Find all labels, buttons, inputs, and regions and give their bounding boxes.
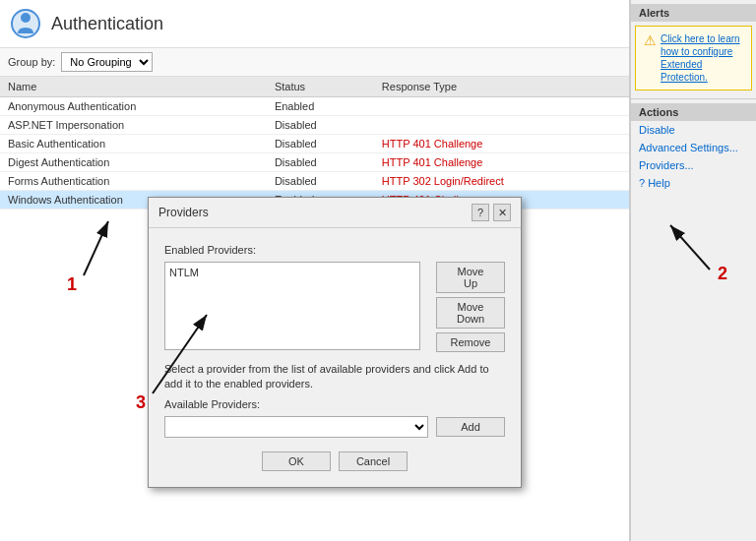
table-row[interactable]: ASP.NET ImpersonationDisabled [0, 116, 629, 135]
row-response: HTTP 302 Login/Redirect [374, 172, 629, 191]
add-provider-button[interactable]: Add [436, 417, 505, 437]
modal-controls: ? ✕ [472, 204, 511, 221]
move-down-button[interactable]: Move Down [436, 297, 505, 329]
modal-help-btn[interactable]: ? [472, 204, 489, 221]
ntlm-provider-item[interactable]: NTLM [169, 267, 415, 278]
warning-icon: ⚠ [644, 32, 657, 48]
help-icon: ? [639, 177, 645, 189]
row-status: Disabled [267, 135, 374, 153]
row-name: ASP.NET Impersonation [0, 116, 267, 135]
col-response: Response Type [374, 77, 629, 97]
row-name: Basic Authentication [0, 135, 267, 153]
alert-link[interactable]: Click here to learn how to configure Ext… [661, 32, 743, 84]
alert-item[interactable]: ⚠ Click here to learn how to configure E… [635, 26, 752, 90]
svg-text:2: 2 [718, 264, 727, 283]
action-advanced[interactable]: Advanced Settings... [631, 139, 756, 156]
toolbar: Group by: No Grouping [0, 48, 629, 77]
providers-dialog[interactable]: Providers ? ✕ Enabled Providers: NTLM Mo… [148, 197, 522, 488]
enabled-providers-label: Enabled Providers: [164, 244, 505, 256]
alerts-header: Alerts [631, 4, 756, 22]
cancel-button[interactable]: Cancel [339, 451, 408, 471]
ok-button[interactable]: OK [262, 451, 331, 471]
svg-line-10 [670, 225, 710, 270]
svg-point-2 [21, 13, 31, 23]
row-response [374, 97, 629, 116]
providers-listbox[interactable]: NTLM [164, 262, 420, 350]
modal-titlebar: Providers ? ✕ [149, 198, 521, 228]
row-name: Anonymous Authentication [0, 97, 267, 116]
table-row[interactable]: Digest AuthenticationDisabledHTTP 401 Ch… [0, 153, 629, 172]
row-response [374, 116, 629, 135]
row-name: Digest Authentication [0, 153, 267, 172]
move-up-button[interactable]: Move Up [436, 262, 505, 293]
auth-icon [10, 8, 41, 39]
available-providers-label: Available Providers: [164, 398, 505, 410]
row-status: Disabled [267, 153, 374, 172]
row-status: Disabled [267, 172, 374, 191]
available-row: Add [164, 416, 505, 438]
table-row[interactable]: Anonymous AuthenticationEnabled [0, 97, 629, 116]
actions-section: Actions Disable Advanced Settings... Pro… [631, 99, 756, 196]
row-name: Forms Authentication [0, 172, 267, 191]
remove-button[interactable]: Remove [436, 332, 505, 352]
table-row[interactable]: Basic AuthenticationDisabledHTTP 401 Cha… [0, 135, 629, 153]
modal-footer: OK Cancel [164, 451, 505, 471]
action-help[interactable]: ?Help [631, 174, 756, 192]
group-by-select[interactable]: No Grouping [61, 52, 153, 72]
actions-header: Actions [631, 103, 756, 121]
row-status: Enabled [267, 97, 374, 116]
action-disable[interactable]: Disable [631, 121, 756, 139]
right-panel: Alerts ⚠ Click here to learn how to conf… [630, 0, 756, 541]
providers-link[interactable]: Providers... [639, 159, 748, 171]
available-providers-select[interactable] [164, 416, 428, 438]
modal-title: Providers [158, 206, 209, 219]
page-title: Authentication [51, 14, 163, 34]
modal-description: Select a provider from the list of avail… [164, 362, 505, 392]
panel-header: Authentication [0, 0, 629, 48]
disable-link[interactable]: Disable [639, 124, 748, 136]
row-response: HTTP 401 Challenge [374, 153, 629, 172]
modal-close-btn[interactable]: ✕ [493, 204, 511, 221]
table-row[interactable]: Forms AuthenticationDisabledHTTP 302 Log… [0, 172, 629, 191]
modal-body: Enabled Providers: NTLM Move Up Move Dow… [149, 228, 521, 487]
advanced-settings-link[interactable]: Advanced Settings... [639, 142, 748, 153]
row-status: Disabled [267, 116, 374, 135]
arrow2-svg: 2 [631, 206, 756, 284]
action-providers[interactable]: Providers... [631, 156, 756, 174]
col-name: Name [0, 77, 267, 97]
col-status: Status [267, 77, 374, 97]
group-by-label: Group by: [8, 56, 55, 68]
alerts-section: Alerts ⚠ Click here to learn how to conf… [631, 0, 756, 99]
provider-action-buttons: Move Up Move Down Remove [436, 262, 505, 352]
row-response: HTTP 401 Challenge [374, 135, 629, 153]
providers-row: NTLM Move Up Move Down Remove [164, 262, 505, 352]
help-link[interactable]: ?Help [639, 177, 748, 189]
